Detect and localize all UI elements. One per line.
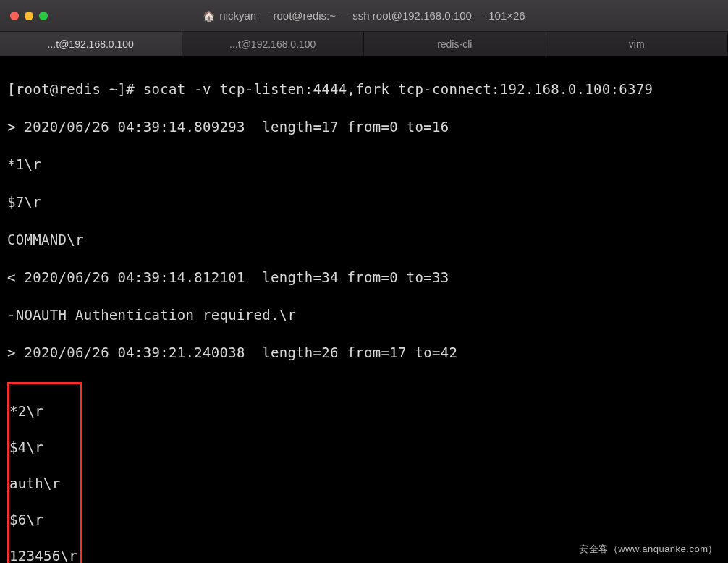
tab-redis-cli[interactable]: redis-cli bbox=[364, 32, 546, 56]
terminal-line: 123456\r bbox=[9, 547, 77, 563]
window-controls bbox=[10, 12, 48, 20]
tab-label: ...t@192.168.0.100 bbox=[48, 38, 134, 50]
tab-label: redis-cli bbox=[437, 38, 472, 50]
terminal-line: $7\r bbox=[7, 192, 721, 211]
titlebar: 🏠 nickyan — root@redis:~ — ssh root@192.… bbox=[0, 0, 728, 32]
tab-bar: ...t@192.168.0.100 ...t@192.168.0.100 re… bbox=[0, 32, 728, 56]
watermark: 安全客（www.anquanke.com） bbox=[579, 543, 718, 556]
terminal-line: [root@redis ~]# socat -v tcp-listen:4444… bbox=[7, 80, 721, 98]
maximize-icon[interactable] bbox=[39, 12, 48, 20]
terminal-line: > 2020/06/26 04:39:14.809293 length=17 f… bbox=[7, 117, 721, 136]
terminal-line: $6\r bbox=[9, 511, 77, 529]
tab-ssh-2[interactable]: ...t@192.168.0.100 bbox=[182, 32, 365, 56]
terminal-line: $4\r bbox=[9, 439, 77, 457]
tab-ssh-1[interactable]: ...t@192.168.0.100 bbox=[0, 32, 182, 56]
minimize-icon[interactable] bbox=[25, 12, 33, 20]
highlight-box-auth: *2\r $4\r auth\r $6\r 123456\r bbox=[7, 382, 82, 563]
tab-vim[interactable]: vim bbox=[546, 32, 729, 56]
home-icon: 🏠 bbox=[203, 10, 215, 22]
terminal-line: auth\r bbox=[9, 475, 77, 493]
terminal-line: *1\r bbox=[7, 155, 721, 174]
window-title: 🏠 nickyan — root@redis:~ — ssh root@192.… bbox=[0, 9, 728, 22]
terminal-output: [root@redis ~]# socat -v tcp-listen:4444… bbox=[0, 56, 728, 563]
tab-label: ...t@192.168.0.100 bbox=[229, 38, 316, 50]
window-title-text: nickyan — root@redis:~ — ssh root@192.16… bbox=[219, 9, 525, 22]
terminal-line: COMMAND\r bbox=[7, 230, 721, 249]
terminal-line: -NOAUTH Authentication required.\r bbox=[7, 305, 721, 324]
terminal-line: > 2020/06/26 04:39:21.240038 length=26 f… bbox=[7, 343, 721, 362]
terminal-line: < 2020/06/26 04:39:14.812101 length=34 f… bbox=[7, 268, 721, 287]
tab-label: vim bbox=[629, 38, 645, 50]
close-icon[interactable] bbox=[10, 12, 19, 20]
terminal-line: *2\r bbox=[9, 402, 77, 420]
